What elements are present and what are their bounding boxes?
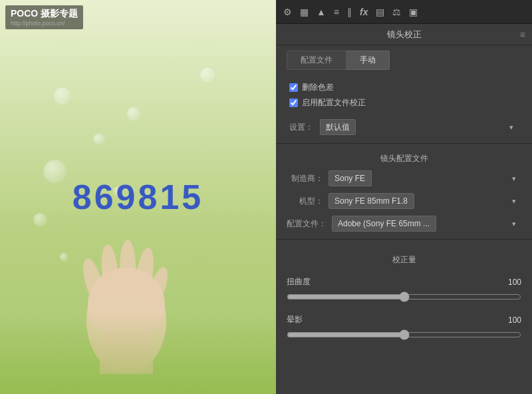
checkbox-label-correction: 启用配置文件校正 bbox=[302, 97, 366, 108]
vignetting-label: 晕影 bbox=[287, 314, 317, 325]
checkbox-remove-aberration[interactable] bbox=[289, 83, 298, 92]
toolbar: ⚙ ▦ ▲ ≡ ∥ fx ▤ ⚖ ▣ bbox=[276, 0, 532, 24]
lens-profile-section-title: 镜头配置文件 bbox=[276, 148, 532, 167]
vignetting-slider-row bbox=[287, 329, 521, 348]
grass-area bbox=[0, 314, 276, 394]
bokeh-bubble bbox=[200, 67, 216, 83]
distortion-row: 扭曲度 100 bbox=[287, 272, 521, 292]
curves-icon[interactable]: ∥ bbox=[345, 5, 354, 19]
bokeh-bubble bbox=[43, 160, 66, 183]
bokeh-bubble bbox=[93, 133, 105, 145]
checkbox-row-correction: 启用配置文件校正 bbox=[289, 97, 519, 108]
tabs-row: 配置文件 手动 bbox=[276, 45, 532, 75]
distortion-label: 扭曲度 bbox=[287, 276, 317, 288]
grid-icon[interactable]: ▦ bbox=[298, 5, 311, 19]
detail-icon[interactable]: ▤ bbox=[374, 5, 386, 19]
divider-2 bbox=[276, 239, 532, 240]
panel-title: 镜头校正 bbox=[387, 29, 422, 41]
distortion-value: 100 bbox=[501, 278, 521, 287]
profile-label: 配置文件： bbox=[287, 218, 327, 230]
panel-header: 镜头校正 ≡ bbox=[276, 24, 532, 45]
right-panel: ⚙ ▦ ▲ ≡ ∥ fx ▤ ⚖ ▣ 镜头校正 ≡ 配置文件 手动 删除色差 启… bbox=[276, 0, 532, 394]
list-icon[interactable]: ≡ bbox=[332, 5, 341, 19]
model-select-wrapper: Sony FE 85mm F1.8 bbox=[329, 193, 521, 209]
bokeh-bubble bbox=[126, 106, 141, 121]
lens-icon[interactable]: ⚖ bbox=[390, 5, 403, 19]
panel-menu-icon[interactable]: ≡ bbox=[520, 29, 525, 40]
profile-select-wrapper: Adobe (Sony FE 65mm ... bbox=[332, 216, 521, 232]
settings-select[interactable]: 默认值 bbox=[320, 119, 356, 135]
manufacturer-label: 制造商： bbox=[287, 173, 323, 184]
poco-logo: POCO 摄影专题 http://photo.poco.cn/ bbox=[5, 5, 83, 29]
correction-section: 校正量 扭曲度 100 晕影 100 bbox=[276, 244, 532, 348]
distortion-slider-row bbox=[287, 292, 521, 310]
correction-section-title: 校正量 bbox=[287, 249, 521, 272]
settings-row: 设置： 默认值 bbox=[276, 115, 532, 139]
vignetting-value: 100 bbox=[501, 315, 521, 325]
checkbox-row-aberration: 删除色差 bbox=[289, 82, 519, 93]
poco-logo-sub: http://photo.poco.cn/ bbox=[11, 20, 78, 27]
distortion-slider[interactable] bbox=[287, 292, 521, 302]
tab-profile[interactable]: 配置文件 bbox=[287, 51, 346, 70]
settings-label: 设置： bbox=[289, 122, 313, 133]
model-select[interactable]: Sony FE 85mm F1.8 bbox=[329, 193, 414, 209]
checkbox-label-aberration: 删除色差 bbox=[302, 82, 334, 93]
settings-icon[interactable]: ⚙ bbox=[281, 5, 294, 19]
model-row: 机型： Sony FE 85mm F1.8 bbox=[276, 190, 532, 212]
profile-row: 配置文件： Adobe (Sony FE 65mm ... bbox=[276, 212, 532, 235]
watermark-number: 869815 bbox=[72, 177, 204, 217]
manufacturer-row: 制造商： Sony FE bbox=[276, 167, 532, 190]
checkboxes-section: 删除色差 启用配置文件校正 bbox=[276, 75, 532, 115]
model-label: 机型： bbox=[287, 196, 323, 207]
vignetting-slider[interactable] bbox=[287, 329, 521, 340]
profile-select[interactable]: Adobe (Sony FE 65mm ... bbox=[332, 216, 436, 232]
manufacturer-select-wrapper: Sony FE bbox=[329, 170, 521, 186]
bokeh-bubble bbox=[53, 87, 72, 105]
fx-icon[interactable]: fx bbox=[358, 5, 370, 19]
photo-panel: POCO 摄影专题 http://photo.poco.cn/ 869815 bbox=[0, 0, 276, 394]
checkbox-enable-correction[interactable] bbox=[289, 98, 298, 107]
tab-manual[interactable]: 手动 bbox=[346, 51, 390, 70]
divider-1 bbox=[276, 143, 532, 144]
histogram-icon[interactable]: ▲ bbox=[315, 5, 328, 19]
camera-icon[interactable]: ▣ bbox=[407, 5, 420, 19]
manufacturer-select[interactable]: Sony FE bbox=[329, 170, 372, 186]
poco-logo-text: POCO 摄影专题 bbox=[11, 8, 78, 20]
settings-select-wrapper: 默认值 bbox=[320, 119, 519, 135]
vignetting-row: 晕影 100 bbox=[287, 310, 521, 329]
